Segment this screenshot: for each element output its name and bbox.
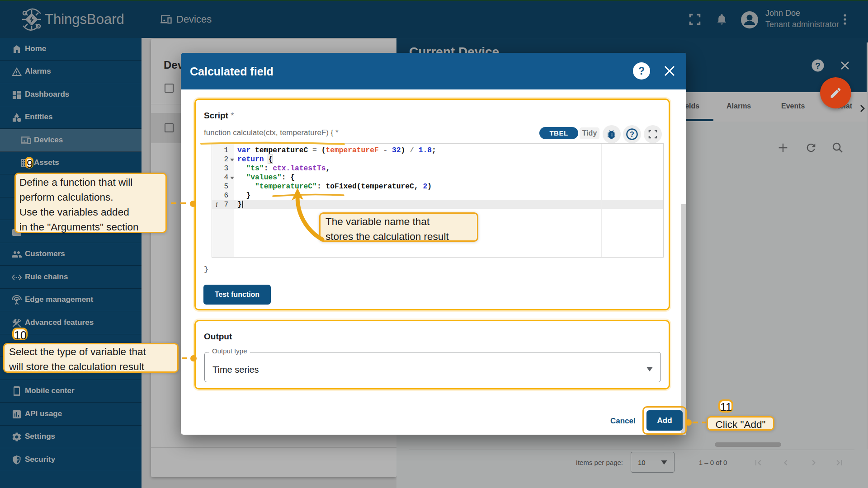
svg-text:?: ? xyxy=(630,131,634,138)
svg-text:?: ? xyxy=(638,65,645,77)
